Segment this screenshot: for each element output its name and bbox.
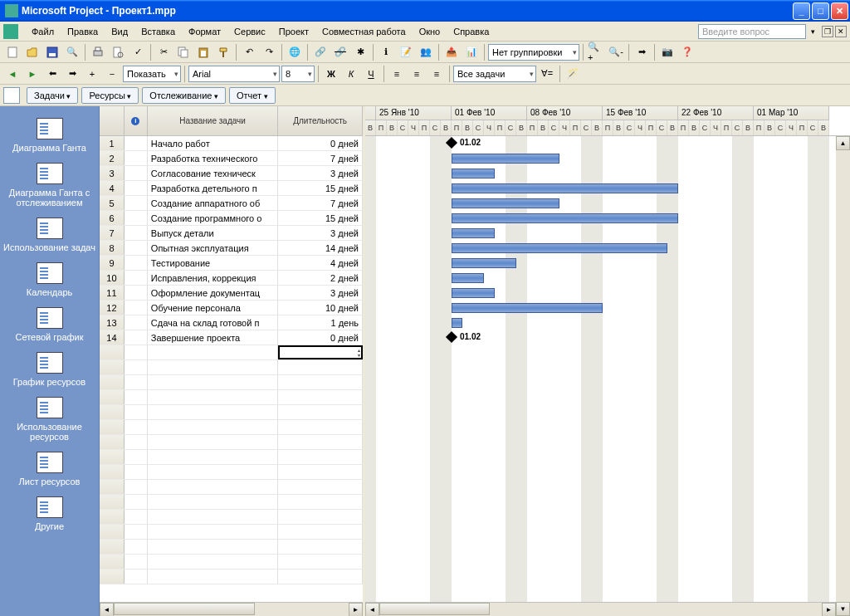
table-row[interactable] (100, 465, 363, 480)
task-name-cell[interactable]: Выпуск детали (148, 226, 278, 240)
row-number[interactable]: 4 (100, 181, 125, 195)
task-name-cell[interactable]: Завершение проекта (148, 330, 278, 345)
gantt-row[interactable]: 01.02 (365, 330, 850, 345)
duration-cell[interactable] (278, 525, 363, 539)
duration-cell[interactable]: 3 дней (278, 166, 363, 180)
goto-task-button[interactable]: ➡ (633, 43, 651, 61)
gantt-row[interactable] (365, 390, 850, 405)
info-cell[interactable] (125, 241, 148, 255)
report-view-button[interactable]: Отчет (229, 87, 276, 104)
table-row[interactable]: 5 Создание аппаратного об 7 дней (100, 196, 363, 211)
gantt-bar[interactable] (452, 198, 559, 208)
nav-back-button[interactable]: ◄ (3, 65, 22, 83)
split-task-button[interactable]: ✱ (351, 43, 369, 61)
table-hscroll[interactable]: ◄ ► (100, 602, 363, 616)
sidebar-network[interactable]: Сетевой график (0, 302, 99, 347)
duration-cell[interactable]: 15 дней (278, 181, 363, 195)
info-cell[interactable] (125, 480, 148, 494)
group-by-combo[interactable]: Нет группировки (488, 44, 579, 61)
row-number[interactable] (100, 360, 125, 374)
row-number[interactable] (100, 390, 125, 404)
sidebar-resource-usage[interactable]: Использование ресурсов (0, 392, 99, 447)
link-button[interactable]: 🔗 (311, 43, 330, 61)
table-row[interactable] (100, 540, 363, 555)
menu-tools[interactable]: Сервис (227, 24, 272, 39)
gantt-scroll-left-icon[interactable]: ◄ (365, 603, 379, 616)
table-row[interactable] (100, 525, 363, 540)
assign-resources-button[interactable]: 👥 (417, 43, 435, 61)
new-button[interactable] (3, 43, 22, 61)
row-number[interactable] (100, 450, 125, 464)
indent-button[interactable]: ➡ (63, 65, 81, 83)
resources-view-button[interactable]: Ресурсы (81, 87, 139, 104)
gantt-bar[interactable] (452, 228, 495, 238)
row-number[interactable]: 7 (100, 226, 125, 240)
table-row[interactable] (100, 555, 363, 570)
publish-button[interactable]: 📤 (442, 43, 461, 61)
info-cell[interactable] (125, 286, 148, 300)
task-name-cell[interactable]: Создание аппаратного об (148, 196, 278, 210)
gantt-row[interactable] (365, 196, 850, 211)
task-name-cell[interactable]: Исправления, коррекция (148, 271, 278, 285)
menu-insert[interactable]: Вставка (134, 24, 182, 39)
gantt-row[interactable] (365, 510, 850, 525)
info-cell[interactable] (125, 301, 148, 315)
duration-cell[interactable]: 3 дней (278, 226, 363, 240)
show-subtasks-button[interactable]: + (83, 65, 101, 83)
gantt-row[interactable] (365, 256, 850, 271)
row-number[interactable]: 8 (100, 241, 125, 255)
gantt-row[interactable] (365, 375, 850, 390)
open-button[interactable] (23, 43, 42, 61)
table-row[interactable] (100, 420, 363, 435)
menu-help[interactable]: Справка (447, 24, 496, 39)
task-name-cell[interactable] (148, 555, 278, 569)
row-number[interactable]: 10 (100, 271, 125, 285)
duration-cell[interactable]: 7 дней (278, 196, 363, 210)
gantt-row[interactable]: 01.02 (365, 136, 850, 151)
tasks-view-button[interactable]: Задачи (27, 87, 78, 104)
duration-cell[interactable]: 0 дней (278, 136, 363, 150)
duration-cell[interactable]: 2 дней (278, 271, 363, 285)
row-number[interactable]: 1 (100, 136, 125, 150)
duration-cell-active[interactable] (278, 345, 363, 359)
info-cell[interactable] (125, 345, 148, 359)
gantt-row[interactable] (365, 211, 850, 226)
underline-button[interactable]: Ч (362, 65, 380, 83)
row-number[interactable] (100, 555, 125, 569)
analyze-button[interactable]: 📊 (462, 43, 481, 61)
duration-cell[interactable]: 15 дней (278, 211, 363, 225)
table-row[interactable]: 10 Исправления, коррекция 2 дней (100, 271, 363, 286)
table-row[interactable] (100, 435, 363, 450)
scroll-left-icon[interactable]: ◄ (100, 603, 114, 616)
task-name-cell[interactable]: Разработка детельного п (148, 181, 278, 195)
help-dropdown-icon[interactable]: ▾ (811, 27, 815, 36)
print-button[interactable] (89, 43, 107, 61)
info-cell[interactable] (125, 555, 148, 569)
row-number[interactable] (100, 480, 125, 494)
help-question-box[interactable]: Введите вопрос (698, 24, 806, 39)
info-cell[interactable] (125, 390, 148, 404)
gantt-row[interactable] (365, 226, 850, 241)
menu-file[interactable]: Файл (25, 24, 61, 39)
task-name-cell[interactable] (148, 510, 278, 524)
table-row[interactable]: 2 Разработка технического 7 дней (100, 151, 363, 166)
duration-cell[interactable]: 14 дней (278, 241, 363, 255)
row-number[interactable] (100, 570, 125, 584)
table-row[interactable] (100, 480, 363, 495)
task-name-cell[interactable] (148, 570, 278, 584)
search-button[interactable]: 🔍 (63, 43, 81, 61)
task-name-cell[interactable]: Сдача на склад готовой п (148, 315, 278, 330)
row-number[interactable] (100, 510, 125, 524)
row-number[interactable] (100, 375, 125, 389)
gantt-bar[interactable] (452, 258, 516, 268)
gantt-row[interactable] (365, 301, 850, 315)
row-number[interactable]: 3 (100, 166, 125, 180)
info-cell[interactable] (125, 375, 148, 389)
task-name-cell[interactable] (148, 420, 278, 434)
gantt-bar[interactable] (452, 213, 678, 223)
paste-button[interactable] (194, 43, 212, 61)
table-row[interactable]: 1 Начало работ 0 дней (100, 136, 363, 151)
duration-cell[interactable] (278, 510, 363, 524)
maximize-button[interactable]: □ (812, 2, 829, 20)
task-name-cell[interactable]: Согласование техническ (148, 166, 278, 180)
